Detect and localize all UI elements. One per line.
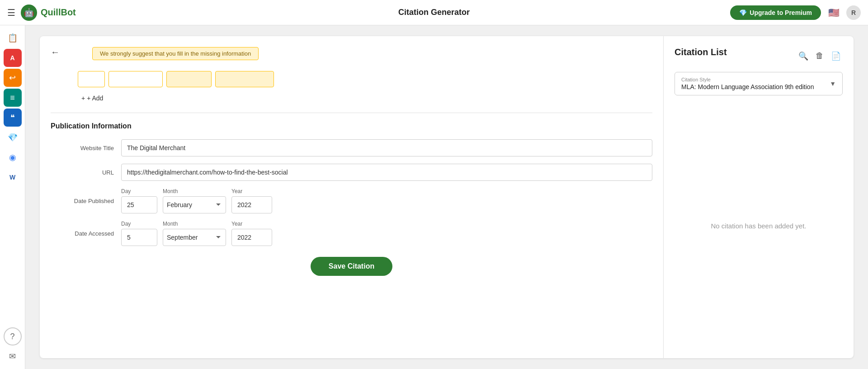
date-accessed-label: Date Accessed — [51, 230, 114, 237]
sidebar-item-grammar[interactable]: A — [4, 49, 22, 67]
url-row: URL — [51, 164, 652, 181]
date-published-month-group: Month January February March April May J… — [163, 188, 226, 213]
menu-icon[interactable]: ☰ — [7, 7, 15, 18]
sidebar-item-summarizer[interactable]: 📋 — [4, 29, 22, 47]
section-divider — [51, 113, 652, 113]
chevron-down-icon: ▼ — [830, 80, 836, 87]
upgrade-label: Upgrade to Premium — [750, 9, 812, 16]
citation-style-label: Citation Style — [681, 77, 836, 82]
website-title-label: Website Title — [51, 145, 114, 151]
plus-icon: + — [81, 95, 85, 102]
accessed-year-sublabel: Year — [231, 221, 272, 227]
delete-icon-btn[interactable]: 🗑 — [814, 49, 826, 63]
flag-icon[interactable]: 🇺🇸 — [826, 5, 841, 20]
publication-section-title: Publication Information — [51, 122, 652, 130]
right-panel: Citation List 🔍 🗑 📄 Citation Style MLA: … — [664, 36, 854, 358]
date-accessed-day-group: Day — [121, 221, 157, 246]
sidebar-item-mail[interactable]: ✉ — [4, 347, 22, 365]
year-sublabel: Year — [231, 188, 272, 194]
citation-style-value: MLA: Modern Language Association 9th edi… — [681, 83, 836, 90]
author-first-input[interactable] — [78, 71, 105, 87]
author-last-input[interactable] — [108, 71, 163, 87]
sidebar-item-paraphrase[interactable]: ↩ — [4, 69, 22, 87]
user-avatar[interactable]: R — [846, 5, 861, 20]
date-published-year-group: Year — [231, 188, 272, 213]
sidebar-item-summarizer2[interactable]: ≡ — [4, 89, 22, 107]
logo-text: QuillBot — [41, 7, 76, 18]
logo-icon: 🤖 — [21, 5, 37, 21]
date-published-row: Date Published Day Month January Februar… — [51, 188, 652, 213]
url-label: URL — [51, 169, 114, 176]
left-panel: ← We strongly suggest that you fill in t… — [40, 36, 664, 358]
date-published-day-group: Day — [121, 188, 157, 213]
author-field3[interactable] — [166, 71, 212, 87]
nav-right: 💎 Upgrade to Premium 🇺🇸 R — [730, 5, 861, 20]
diamond-icon: 💎 — [739, 9, 747, 16]
accessed-day-sublabel: Day — [121, 221, 157, 227]
date-published-group: Day Month January February March April M… — [121, 188, 652, 213]
date-published-day-input[interactable] — [121, 196, 157, 213]
sidebar-bottom: ? ✉ — [4, 327, 22, 365]
date-published-month-select[interactable]: January February March April May June Ju… — [163, 196, 226, 213]
save-citation-button[interactable]: Save Citation — [311, 257, 392, 276]
day-sublabel: Day — [121, 188, 157, 194]
search-icon-btn[interactable]: 🔍 — [797, 49, 810, 63]
logo[interactable]: 🤖 QuillBot — [21, 5, 76, 21]
sidebar-item-word[interactable]: W — [4, 168, 22, 186]
author-row — [78, 71, 652, 87]
add-label: + Add — [87, 95, 103, 102]
citation-style-dropdown[interactable]: Citation Style MLA: Modern Language Asso… — [675, 72, 843, 95]
top-nav: ☰ 🤖 QuillBot Citation Generator 💎 Upgrad… — [0, 0, 868, 25]
right-panel-actions: 🔍 🗑 📄 — [797, 49, 843, 63]
date-accessed-year-group: Year — [231, 221, 272, 246]
list-icon-btn[interactable]: 📄 — [829, 49, 843, 63]
main-content: ← We strongly suggest that you fill in t… — [25, 25, 868, 369]
accessed-month-sublabel: Month — [163, 221, 226, 227]
date-accessed-month-select[interactable]: January February March April May June Ju… — [163, 229, 226, 246]
sidebar-item-chrome[interactable]: ◉ — [4, 148, 22, 166]
author-field4[interactable] — [215, 71, 274, 87]
upgrade-button[interactable]: 💎 Upgrade to Premium — [730, 5, 821, 20]
sidebar: 📋 A ↩ ≡ ❝ 💎 ◉ W ? ✉ — [0, 25, 25, 369]
website-title-row: Website Title — [51, 139, 652, 156]
month-sublabel: Month — [163, 188, 226, 194]
empty-citation-message: No citation has been added yet. — [675, 104, 843, 347]
page-title: Citation Generator — [398, 8, 470, 17]
website-title-input[interactable] — [121, 139, 652, 156]
sidebar-item-citation[interactable]: ❝ — [4, 109, 22, 127]
sidebar-item-premium[interactable]: 💎 — [4, 128, 22, 147]
date-published-label: Date Published — [51, 198, 114, 204]
date-published-year-input[interactable] — [231, 196, 272, 213]
warning-banner: We strongly suggest that you fill in the… — [92, 47, 259, 60]
date-accessed-year-input[interactable] — [231, 229, 272, 246]
date-accessed-row: Date Accessed Day Month January February… — [51, 221, 652, 246]
citation-list-title: Citation List — [675, 47, 727, 57]
back-button[interactable]: ← — [51, 47, 60, 57]
add-author-button[interactable]: + + Add — [78, 93, 107, 104]
layout: 📋 A ↩ ≡ ❝ 💎 ◉ W ? ✉ ← We strongly sugges… — [0, 25, 868, 369]
url-input[interactable] — [121, 164, 652, 181]
date-accessed-group: Day Month January February March April M… — [121, 221, 652, 246]
date-accessed-day-input[interactable] — [121, 229, 157, 246]
sidebar-item-help[interactable]: ? — [4, 327, 22, 345]
content-card: ← We strongly suggest that you fill in t… — [40, 36, 854, 358]
date-accessed-month-group: Month January February March April May J… — [163, 221, 226, 246]
